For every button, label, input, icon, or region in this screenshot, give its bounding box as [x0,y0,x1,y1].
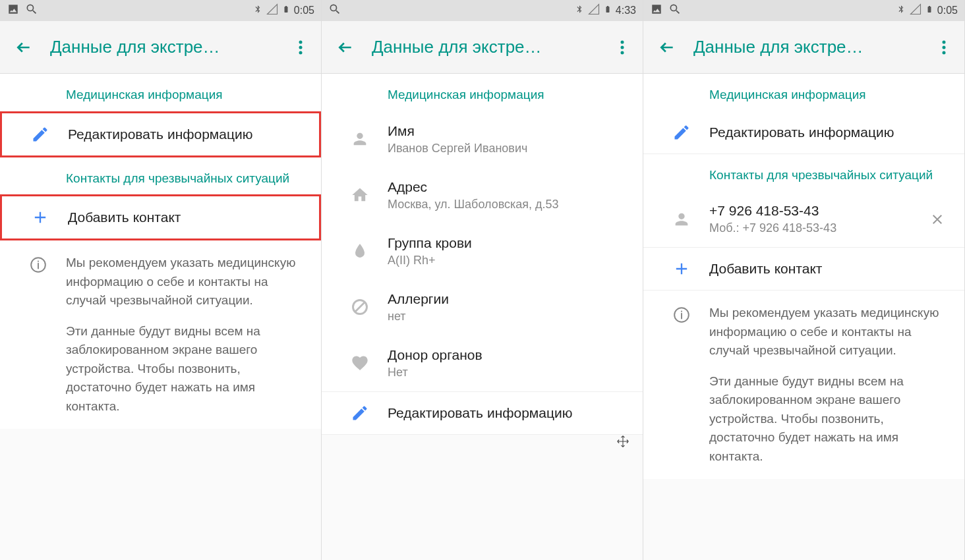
info-block: Мы рекомендуем указать медицинскую инфор… [0,240,321,429]
add-contact-button[interactable]: Добавить контакт [643,247,964,291]
remove-contact-button[interactable] [921,211,954,227]
svg-point-7 [621,45,624,49]
svg-point-16 [681,311,682,312]
battery-icon [282,3,290,18]
add-contact-button[interactable]: Добавить контакт [0,194,321,240]
field-label: Группа крови [388,235,632,251]
status-time: 0:05 [294,5,314,16]
list-item-label: Редактировать информацию [388,405,632,421]
medical-blood-row[interactable]: Группа крови A(II) Rh+ [322,223,643,279]
section-header-medical: Медицинская информация [643,74,964,111]
svg-line-10 [355,302,365,312]
overflow-menu-button[interactable] [291,40,310,55]
phone-screen-2: 4:33 Данные для экстре… Медицинская инфо… [322,0,643,560]
app-bar: Данные для экстре… [0,21,321,74]
field-label: Аллергии [388,291,632,307]
app-bar: Данные для экстре… [322,21,643,74]
info-paragraph-2: Эти данные будут видны всем на заблокиро… [66,322,301,416]
battery-icon [925,3,933,18]
slash-circle-icon [332,298,388,316]
field-label: Адрес [388,179,632,195]
signal-icon [588,3,600,18]
section-header-contacts: Контакты для чрезвычайных ситуаций [0,157,321,195]
info-paragraph-2: Эти данные будут видны всем на заблокиро… [709,372,945,466]
list-item-label: Редактировать информацию [68,126,308,142]
list-item-label: Редактировать информацию [709,125,954,140]
heart-icon [332,354,388,372]
bluetooth-icon [575,3,584,18]
status-time: 0:05 [937,5,958,16]
back-button[interactable] [11,39,37,56]
image-icon [650,3,663,18]
medical-allergy-row[interactable]: Аллергии нет [322,279,643,335]
bluetooth-icon [896,3,906,18]
pencil-icon [654,123,709,142]
field-value: Иванов Сергей Иванович [388,142,632,155]
bluetooth-icon [253,3,262,18]
plus-icon [13,208,68,227]
contact-phone: +7 926 418-53-43 [709,203,921,219]
edit-info-button[interactable]: Редактировать информацию [0,111,321,157]
person-icon [654,210,709,229]
move-cursor-icon [616,435,629,448]
contact-phone-type: Моб.: +7 926 418-53-43 [709,221,921,235]
svg-point-8 [621,51,624,54]
person-icon [332,130,388,148]
info-block: Мы рекомендуем указать медицинскую инфор… [643,291,964,479]
field-label: Имя [388,123,632,139]
svg-point-1 [299,45,303,49]
list-item-label: Добавить контакт [709,261,954,277]
edit-info-button[interactable]: Редактировать информацию [322,391,643,435]
battery-icon [604,3,612,18]
svg-point-12 [943,45,946,49]
svg-point-2 [299,51,303,54]
overflow-menu-button[interactable] [612,40,632,55]
field-value: Москва, ул. Шаболовская, д.53 [388,198,632,211]
image-icon [7,3,20,18]
info-paragraph-1: Мы рекомендуем указать медицинскую инфор… [709,304,945,360]
section-header-contacts: Контакты для чрезвычайных ситуаций [643,154,964,192]
status-bar: 0:05 [643,0,964,21]
medical-name-row[interactable]: Имя Иванов Сергей Иванович [322,111,643,167]
svg-point-6 [621,40,624,43]
svg-point-13 [943,51,946,54]
search-icon [668,3,682,18]
back-button[interactable] [654,39,680,56]
field-label: Донор органов [388,347,632,363]
medical-donor-row[interactable]: Донор органов Нет [322,335,643,391]
info-icon [654,304,709,466]
status-time: 4:33 [616,5,636,16]
emergency-contact-row[interactable]: +7 926 418-53-43 Моб.: +7 926 418-53-43 [643,191,964,247]
svg-point-11 [943,40,946,43]
app-title: Данные для экстре… [693,37,934,57]
home-icon [332,186,388,204]
status-bar: 0:05 [0,0,321,21]
app-bar: Данные для экстре… [643,21,964,74]
app-title: Данные для экстре… [50,37,291,57]
medical-address-row[interactable]: Адрес Москва, ул. Шаболовская, д.53 [322,167,643,223]
app-title: Данные для экстре… [372,37,612,57]
info-paragraph-1: Мы рекомендуем указать медицинскую инфор… [66,254,301,310]
pencil-icon [332,404,388,422]
overflow-menu-button[interactable] [934,40,954,55]
svg-point-0 [299,40,303,43]
phone-screen-1: 0:05 Данные для экстре… Медицинская инфо… [0,0,322,560]
info-icon [11,254,66,416]
search-icon [25,3,38,18]
edit-info-button[interactable]: Редактировать информацию [643,111,964,154]
plus-icon [654,260,709,278]
status-bar: 4:33 [322,0,643,21]
section-header-medical: Медицинская информация [322,74,643,111]
search-icon [328,3,341,18]
pencil-icon [13,125,68,144]
field-value: Нет [388,366,632,379]
section-header-medical: Медицинская информация [0,74,321,111]
back-button[interactable] [332,39,359,56]
field-value: нет [388,310,632,323]
drop-icon [332,242,388,260]
svg-point-5 [38,261,39,262]
field-value: A(II) Rh+ [388,254,632,267]
signal-icon [910,3,921,18]
list-item-label: Добавить контакт [68,210,308,225]
signal-icon [266,3,278,18]
